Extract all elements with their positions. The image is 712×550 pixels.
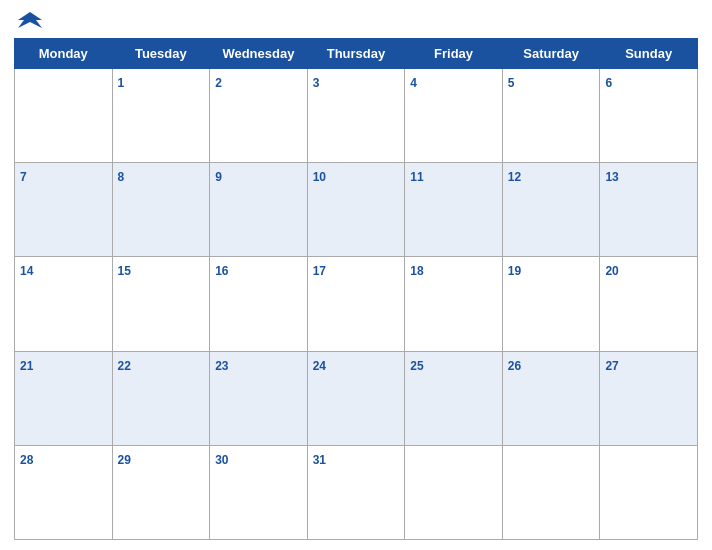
- day-number: 29: [118, 453, 131, 467]
- calendar-page: MondayTuesdayWednesdayThursdayFridaySatu…: [0, 0, 712, 550]
- day-number: 20: [605, 264, 618, 278]
- calendar-cell: 14: [15, 257, 113, 351]
- calendar-cell: 10: [307, 163, 405, 257]
- day-number: 16: [215, 264, 228, 278]
- calendar-cell: 29: [112, 445, 210, 539]
- calendar-cell: 6: [600, 69, 698, 163]
- day-number: 9: [215, 170, 222, 184]
- calendar-cell: 2: [210, 69, 308, 163]
- calendar-cell: 9: [210, 163, 308, 257]
- day-number: 2: [215, 76, 222, 90]
- calendar-cell: 21: [15, 351, 113, 445]
- calendar-cell: 4: [405, 69, 503, 163]
- day-number: 5: [508, 76, 515, 90]
- calendar-cell: 25: [405, 351, 503, 445]
- day-number: 27: [605, 359, 618, 373]
- day-header-tuesday: Tuesday: [112, 39, 210, 69]
- day-number: 17: [313, 264, 326, 278]
- day-number: 30: [215, 453, 228, 467]
- day-number: 6: [605, 76, 612, 90]
- calendar-week-row: 123456: [15, 69, 698, 163]
- day-number: 21: [20, 359, 33, 373]
- calendar-cell: 22: [112, 351, 210, 445]
- day-number: 23: [215, 359, 228, 373]
- calendar-cell: 1: [112, 69, 210, 163]
- calendar-header: [14, 10, 698, 32]
- calendar-cell: 3: [307, 69, 405, 163]
- day-number: 12: [508, 170, 521, 184]
- calendar-cell: [405, 445, 503, 539]
- calendar-cell: 17: [307, 257, 405, 351]
- day-header-saturday: Saturday: [502, 39, 600, 69]
- calendar-cell: 24: [307, 351, 405, 445]
- calendar-cell: [600, 445, 698, 539]
- logo-bird-icon: [16, 10, 44, 32]
- calendar-cell: 23: [210, 351, 308, 445]
- day-header-sunday: Sunday: [600, 39, 698, 69]
- calendar-cell: 19: [502, 257, 600, 351]
- day-number: 24: [313, 359, 326, 373]
- calendar-week-row: 28293031: [15, 445, 698, 539]
- calendar-week-row: 21222324252627: [15, 351, 698, 445]
- day-number: 3: [313, 76, 320, 90]
- day-number: 7: [20, 170, 27, 184]
- calendar-cell: 12: [502, 163, 600, 257]
- day-number: 14: [20, 264, 33, 278]
- day-header-wednesday: Wednesday: [210, 39, 308, 69]
- calendar-week-row: 14151617181920: [15, 257, 698, 351]
- calendar-cell: 5: [502, 69, 600, 163]
- day-number: 11: [410, 170, 423, 184]
- day-number: 19: [508, 264, 521, 278]
- svg-marker-0: [18, 12, 42, 28]
- calendar-cell: 11: [405, 163, 503, 257]
- calendar-cell: [15, 69, 113, 163]
- calendar-cell: 31: [307, 445, 405, 539]
- calendar-cell: 13: [600, 163, 698, 257]
- calendar-cell: 26: [502, 351, 600, 445]
- day-header-monday: Monday: [15, 39, 113, 69]
- calendar-week-row: 78910111213: [15, 163, 698, 257]
- day-number: 15: [118, 264, 131, 278]
- calendar-cell: 30: [210, 445, 308, 539]
- calendar-cell: 16: [210, 257, 308, 351]
- calendar-cell: [502, 445, 600, 539]
- logo: [16, 10, 48, 32]
- calendar-cell: 28: [15, 445, 113, 539]
- day-number: 13: [605, 170, 618, 184]
- calendar-cell: 8: [112, 163, 210, 257]
- day-number: 1: [118, 76, 125, 90]
- day-number: 22: [118, 359, 131, 373]
- day-number: 8: [118, 170, 125, 184]
- day-number: 10: [313, 170, 326, 184]
- calendar-cell: 20: [600, 257, 698, 351]
- calendar-table: MondayTuesdayWednesdayThursdayFridaySatu…: [14, 38, 698, 540]
- day-number: 18: [410, 264, 423, 278]
- calendar-body: 1234567891011121314151617181920212223242…: [15, 69, 698, 540]
- calendar-cell: 7: [15, 163, 113, 257]
- day-number: 26: [508, 359, 521, 373]
- calendar-cell: 18: [405, 257, 503, 351]
- day-header-thursday: Thursday: [307, 39, 405, 69]
- day-number: 25: [410, 359, 423, 373]
- day-number: 4: [410, 76, 417, 90]
- day-number: 28: [20, 453, 33, 467]
- calendar-cell: 15: [112, 257, 210, 351]
- calendar-header-row: MondayTuesdayWednesdayThursdayFridaySatu…: [15, 39, 698, 69]
- calendar-cell: 27: [600, 351, 698, 445]
- day-number: 31: [313, 453, 326, 467]
- day-header-friday: Friday: [405, 39, 503, 69]
- days-of-week-row: MondayTuesdayWednesdayThursdayFridaySatu…: [15, 39, 698, 69]
